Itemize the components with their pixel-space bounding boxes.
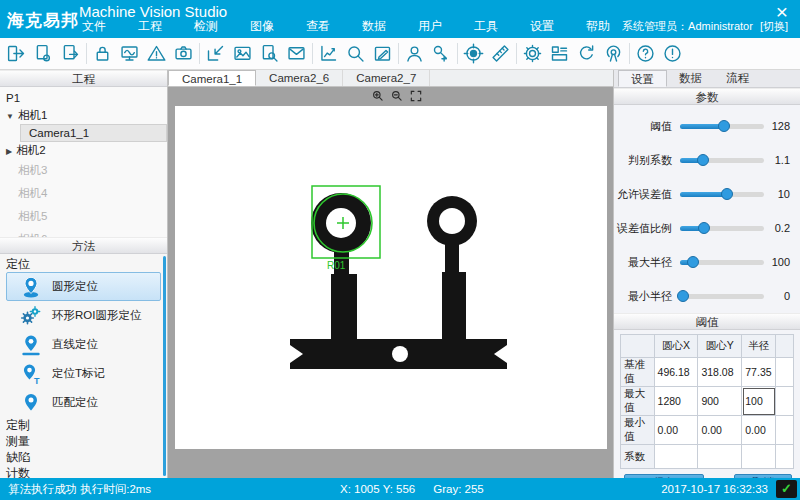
slider-thumb[interactable] xyxy=(718,120,730,132)
pin-line-icon xyxy=(17,332,45,358)
tree-item-camera-group-2[interactable]: ▶相机2 xyxy=(0,142,167,159)
method-item-locate-t-mark[interactable]: T定位T标记 xyxy=(6,359,161,388)
tree-item-camera1-1[interactable]: Camera1_1 xyxy=(20,124,167,142)
menu-item-6[interactable]: 用户 xyxy=(418,18,442,35)
table-cell[interactable] xyxy=(776,358,794,387)
slider-track-min-radius[interactable] xyxy=(680,294,764,299)
alert-icon[interactable] xyxy=(659,40,686,67)
method-category-custom[interactable]: 定制 xyxy=(0,417,167,433)
table-cell[interactable] xyxy=(776,445,794,469)
close-button[interactable]: × xyxy=(776,0,788,24)
ruler-icon[interactable] xyxy=(487,40,514,67)
slider-thumb[interactable] xyxy=(698,222,710,234)
method-category-measure[interactable]: 测量 xyxy=(0,433,167,449)
method-item-label: 定位T标记 xyxy=(52,366,105,381)
settings-tab-2[interactable]: 流程 xyxy=(714,70,761,87)
slider-track-threshold[interactable] xyxy=(680,124,764,129)
method-item-circle-locate[interactable]: 圆形定位 xyxy=(6,272,161,301)
image-icon[interactable] xyxy=(229,40,256,67)
doc-export-icon[interactable] xyxy=(57,40,84,67)
slider-thumb[interactable] xyxy=(677,290,689,302)
mail-icon[interactable] xyxy=(283,40,310,67)
table-cell[interactable] xyxy=(776,416,794,445)
camera-tab-camera2_6[interactable]: Camera2_6 xyxy=(256,70,343,86)
menu-item-5[interactable]: 数据 xyxy=(362,18,386,35)
redo-icon[interactable] xyxy=(573,40,600,67)
slider-track-error-ratio[interactable] xyxy=(680,226,764,231)
exit-icon[interactable] xyxy=(3,40,30,67)
method-category-locate[interactable]: 定位 xyxy=(0,256,167,272)
table-cell[interactable]: 900 xyxy=(698,387,742,416)
settings-tab-1[interactable]: 数据 xyxy=(667,70,714,87)
zoom-in-icon[interactable] xyxy=(371,89,385,103)
menu-item-9[interactable]: 帮助 xyxy=(586,18,610,35)
pin-t-icon: T xyxy=(17,361,45,387)
broadcast-icon[interactable] xyxy=(600,40,627,67)
menu-item-3[interactable]: 图像 xyxy=(250,18,274,35)
slider-track-discrim-coef[interactable] xyxy=(680,158,764,163)
chart-icon[interactable] xyxy=(315,40,342,67)
gear-icon[interactable] xyxy=(519,40,546,67)
user-icon[interactable] xyxy=(401,40,428,67)
table-cell[interactable]: 318.08 xyxy=(698,358,742,387)
table-cell[interactable] xyxy=(698,445,742,469)
slider-thumb[interactable] xyxy=(687,256,699,268)
search-icon[interactable] xyxy=(342,40,369,67)
table-cell[interactable]: 1280 xyxy=(654,387,698,416)
method-item-match-locate[interactable]: 匹配定位 xyxy=(6,388,161,417)
camera-icon[interactable] xyxy=(170,40,197,67)
method-item-line-locate[interactable]: 直线定位 xyxy=(6,330,161,359)
fit-icon[interactable] xyxy=(409,89,423,103)
doc-search-icon[interactable] xyxy=(256,40,283,67)
tree-item-camera3[interactable]: 相机3 xyxy=(0,159,167,182)
edit-icon[interactable] xyxy=(369,40,396,67)
menu-item-8[interactable]: 设置 xyxy=(530,18,554,35)
table-cell[interactable]: 0.00 xyxy=(742,416,776,445)
method-item-ring-roi-circle-locate[interactable]: 环形ROI圆形定位 xyxy=(6,301,161,330)
tree-item-camera-group-1[interactable]: ▼相机1 xyxy=(0,107,167,124)
table-cell[interactable]: 100 xyxy=(742,387,776,416)
layout-icon[interactable] xyxy=(546,40,573,67)
table-cell[interactable]: 496.18 xyxy=(654,358,698,387)
table-header-1: 圆心X xyxy=(654,335,698,358)
status-message: 算法执行成功 执行时间:2ms xyxy=(8,482,151,497)
method-category-count[interactable]: 计数 xyxy=(0,465,167,478)
tree-item-camera5[interactable]: 相机5 xyxy=(0,205,167,228)
slider-thumb[interactable] xyxy=(697,154,709,166)
monitor-icon[interactable] xyxy=(116,40,143,67)
tree-item-camera4[interactable]: 相机4 xyxy=(0,182,167,205)
help-icon[interactable] xyxy=(632,40,659,67)
menu-item-2[interactable]: 检测 xyxy=(194,18,218,35)
camera-tab-camera2_7[interactable]: Camera2_7 xyxy=(343,70,430,86)
menu-item-1[interactable]: 工程 xyxy=(138,18,162,35)
tree-item-p1[interactable]: P1 xyxy=(0,90,167,107)
key-add-icon[interactable] xyxy=(428,40,455,67)
method-category-defect[interactable]: 缺陷 xyxy=(0,449,167,465)
table-cell[interactable] xyxy=(654,445,698,469)
table-row: 基准值496.18318.0877.35 xyxy=(621,358,794,387)
camera-tab-camera1_1[interactable]: Camera1_1 xyxy=(168,70,256,86)
table-cell[interactable] xyxy=(776,387,794,416)
slider-track-max-radius[interactable] xyxy=(680,260,764,265)
menu-item-4[interactable]: 查看 xyxy=(306,18,330,35)
import-icon[interactable] xyxy=(202,40,229,67)
doc-settings-icon[interactable] xyxy=(30,40,57,67)
camera-image-canvas[interactable]: R01 xyxy=(175,106,607,449)
target-icon[interactable] xyxy=(460,40,487,67)
table-cell[interactable]: 0.00 xyxy=(654,416,698,445)
menu-item-0[interactable]: 文件 xyxy=(82,18,106,35)
menu-item-7[interactable]: 工具 xyxy=(474,18,498,35)
slider-track-allowed-error[interactable] xyxy=(680,192,764,197)
table-cell[interactable]: 0.00 xyxy=(698,416,742,445)
lock-icon[interactable] xyxy=(89,40,116,67)
methods-scrollbar[interactable] xyxy=(163,256,166,476)
warning-icon[interactable] xyxy=(143,40,170,67)
zoom-out-icon[interactable] xyxy=(390,89,404,103)
slider-thumb[interactable] xyxy=(721,188,733,200)
settings-tab-0[interactable]: 设置 xyxy=(618,70,667,87)
chevron-down-icon[interactable]: ▼ xyxy=(6,112,14,121)
chevron-right-icon[interactable]: ▶ xyxy=(6,147,12,156)
table-cell[interactable] xyxy=(742,445,776,469)
table-cell[interactable]: 77.35 xyxy=(742,358,776,387)
image-viewer[interactable]: R01 xyxy=(168,87,613,478)
